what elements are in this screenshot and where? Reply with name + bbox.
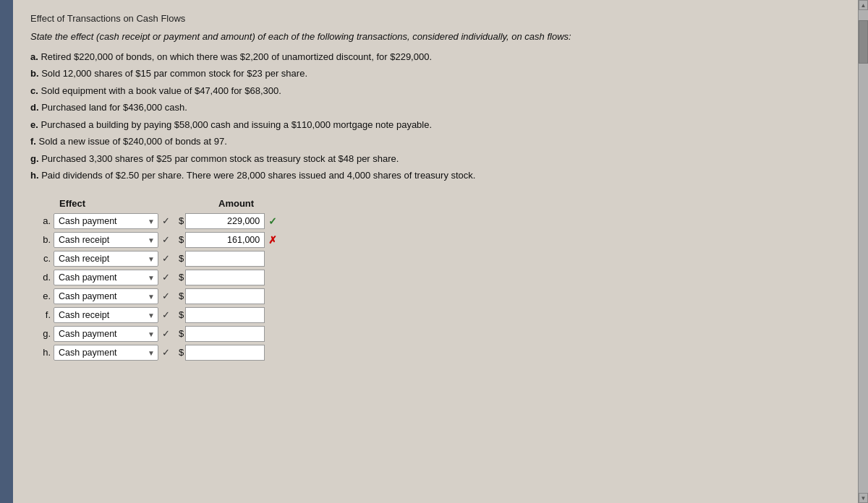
transaction-c: c. Sold equipment with a book value of $… (30, 83, 851, 98)
scrollbar-thumb[interactable] (859, 20, 868, 64)
table-row: e. Cash payment Cash receipt ▼ ✓ $ (30, 288, 851, 304)
dollar-sign-e: $ (179, 291, 184, 301)
transaction-d: d. Purchased land for $436,000 cash. (30, 100, 851, 115)
dollar-sign-h: $ (179, 347, 184, 358)
answer-table: Effect Amount a. Cash payment Cash recei… (30, 198, 851, 361)
amount-input-h[interactable] (185, 345, 265, 361)
table-row: g. Cash payment Cash receipt ▼ ✓ $ (30, 326, 851, 342)
check-mark-g: ✓ (162, 328, 170, 339)
table-row: c. Cash payment Cash receipt ▼ ✓ $ (30, 251, 851, 267)
scrollbar[interactable]: ▲ ▼ (858, 0, 868, 503)
dollar-sign-b: $ (179, 234, 184, 245)
row-letter-g: g. (30, 328, 51, 339)
transaction-e: e. Purchased a building by paying $58,00… (30, 117, 851, 132)
effect-dropdown-wrapper-a: Cash payment Cash receipt ▼ (54, 213, 158, 229)
scrollbar-down-btn[interactable]: ▼ (859, 493, 868, 503)
page-title: Effect of Transactions on Cash Flows (30, 13, 851, 24)
check-mark-d: ✓ (162, 272, 170, 283)
table-headers: Effect Amount (30, 198, 851, 209)
amount-input-a[interactable] (185, 213, 265, 229)
table-row: h. Cash payment Cash receipt ▼ ✓ $ (30, 345, 851, 361)
amount-input-e[interactable] (185, 288, 265, 304)
transactions-list: a. Retired $220,000 of bonds, on which t… (30, 49, 851, 184)
effect-dropdown-wrapper-d: Cash payment Cash receipt ▼ (54, 270, 158, 285)
col-header-effect: Effect (52, 198, 197, 209)
transaction-h: h. Paid dividends of $2.50 per share. Th… (30, 168, 851, 183)
effect-dropdown-wrapper-h: Cash payment Cash receipt ▼ (54, 345, 158, 361)
amount-input-f[interactable] (185, 307, 265, 323)
effect-dropdown-wrapper-e: Cash payment Cash receipt ▼ (54, 288, 158, 304)
table-row: b. Cash payment Cash receipt ▼ ✓ $ ✗ (30, 232, 851, 248)
status-x-b: ✗ (268, 234, 277, 246)
check-mark-c: ✓ (162, 253, 170, 264)
transaction-g: g. Purchased 3,300 shares of $25 par com… (30, 151, 851, 166)
amount-input-g[interactable] (185, 326, 265, 342)
left-accent-bar (0, 0, 13, 503)
dollar-sign-a: $ (179, 215, 184, 226)
col-header-amount: Amount (197, 198, 312, 209)
row-letter-e: e. (30, 291, 51, 301)
row-letter-c: c. (30, 253, 51, 264)
row-letter-f: f. (30, 309, 51, 320)
instructions-text: State the effect (cash receipt or paymen… (30, 31, 851, 42)
effect-select-d[interactable]: Cash payment Cash receipt (54, 270, 158, 285)
amount-input-c[interactable] (185, 251, 265, 267)
row-letter-h: h. (30, 347, 51, 358)
status-check-a: ✓ (268, 215, 277, 227)
effect-dropdown-wrapper-c: Cash payment Cash receipt ▼ (54, 251, 158, 267)
dollar-sign-f: $ (179, 309, 184, 320)
effect-select-c[interactable]: Cash payment Cash receipt (54, 251, 158, 267)
effect-select-a[interactable]: Cash payment Cash receipt (54, 213, 158, 229)
effect-select-h[interactable]: Cash payment Cash receipt (54, 345, 158, 361)
row-letter-d: d. (30, 272, 51, 283)
dollar-sign-g: $ (179, 328, 184, 339)
dollar-sign-d: $ (179, 272, 184, 283)
effect-dropdown-wrapper-g: Cash payment Cash receipt ▼ (54, 326, 158, 342)
amount-input-d[interactable] (185, 270, 265, 285)
table-row: a. Cash payment Cash receipt ▼ ✓ $ ✓ (30, 213, 851, 229)
amount-input-b[interactable] (185, 232, 265, 248)
transaction-a: a. Retired $220,000 of bonds, on which t… (30, 49, 851, 64)
check-mark-a: ✓ (162, 215, 170, 226)
table-row: d. Cash payment Cash receipt ▼ ✓ $ (30, 270, 851, 285)
dollar-sign-c: $ (179, 253, 184, 264)
check-mark-f: ✓ (162, 309, 170, 320)
check-mark-e: ✓ (162, 291, 170, 301)
scrollbar-up-btn[interactable]: ▲ (859, 0, 868, 10)
table-row: f. Cash payment Cash receipt ▼ ✓ $ (30, 307, 851, 323)
effect-dropdown-wrapper-f: Cash payment Cash receipt ▼ (54, 307, 158, 323)
check-mark-h: ✓ (162, 347, 170, 358)
effect-select-g[interactable]: Cash payment Cash receipt (54, 326, 158, 342)
row-letter-b: b. (30, 234, 51, 245)
row-letter-a: a. (30, 215, 51, 226)
effect-select-f[interactable]: Cash payment Cash receipt (54, 307, 158, 323)
effect-select-b[interactable]: Cash payment Cash receipt (54, 232, 158, 248)
effect-dropdown-wrapper-b: Cash payment Cash receipt ▼ (54, 232, 158, 248)
effect-select-e[interactable]: Cash payment Cash receipt (54, 288, 158, 304)
transaction-b: b. Sold 12,000 shares of $15 par common … (30, 66, 851, 81)
check-mark-b: ✓ (162, 234, 170, 245)
transaction-f: f. Sold a new issue of $240,000 of bonds… (30, 134, 851, 149)
